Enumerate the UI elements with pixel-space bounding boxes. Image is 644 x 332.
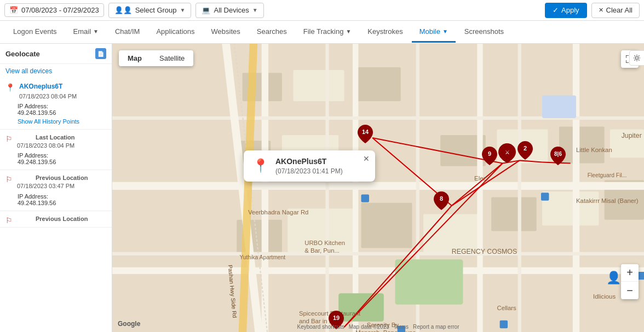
svg-text:Jupiter Hospital: Jupiter Hospital bbox=[622, 132, 644, 139]
google-logo: Google bbox=[118, 320, 140, 328]
ip-value: 49.248.139.56 bbox=[18, 200, 106, 206]
nav-tabs: Logon Events Email ▼ Chat/IM Application… bbox=[0, 21, 644, 44]
popup-time: (07/18/2023 01:41 PM) bbox=[275, 167, 343, 175]
toolbar: 📅 07/08/2023 - 07/29/2023 👤👤 Select Grou… bbox=[0, 0, 644, 21]
tab-websites[interactable]: Websites bbox=[204, 22, 248, 43]
device-time: 07/18/2023 08:04 PM bbox=[17, 142, 75, 150]
tab-logon-events[interactable]: Logon Events bbox=[5, 22, 65, 43]
tab-label: Mobile bbox=[419, 27, 440, 36]
chevron-down-icon-2: ▼ bbox=[252, 7, 258, 13]
tab-chat-im[interactable]: Chat/IM bbox=[107, 22, 148, 43]
sidebar-header: Geolocate 📄 bbox=[0, 44, 112, 64]
ip-label: IP Address: bbox=[18, 103, 106, 109]
svg-rect-33 bbox=[542, 96, 576, 118]
list-item[interactable]: ⚐ Previous Location 07/18/2023 03:47 PM … bbox=[0, 170, 112, 211]
keyboard-shortcuts-link[interactable]: Keyboard shortcuts bbox=[297, 324, 344, 330]
all-devices-dropdown[interactable]: 💻 All Devices ▼ bbox=[196, 3, 263, 18]
section-label: Last Location bbox=[36, 134, 75, 141]
pin-icon: 📍 bbox=[5, 83, 15, 92]
tab-screenshots[interactable]: Screenshots bbox=[457, 22, 511, 43]
sidebar-export-icon[interactable]: 📄 bbox=[95, 48, 106, 59]
clear-label: Clear All bbox=[606, 6, 633, 14]
zoom-in-button[interactable]: + bbox=[621, 264, 639, 282]
list-item[interactable]: ⚐ Previous Location bbox=[0, 211, 112, 228]
ip-label: IP Address: bbox=[18, 193, 106, 200]
svg-rect-16 bbox=[355, 67, 401, 101]
ip-label: IP Address: bbox=[18, 152, 106, 159]
tab-mobile[interactable]: Mobile ▼ bbox=[412, 22, 456, 43]
section-label-3: Previous Location bbox=[36, 215, 88, 222]
chevron-icon-3: ▼ bbox=[442, 28, 448, 34]
select-group-label: Select Group bbox=[135, 6, 177, 14]
map-attribution: Keyboard shortcuts Map data ©2023 Terms … bbox=[297, 324, 459, 330]
tab-email[interactable]: Email ▼ bbox=[66, 22, 106, 43]
device-name: AKOneplus6T bbox=[19, 83, 77, 91]
map-roads-svg: URBO Kitchen & Bar, Pun... REGENCY COSMO… bbox=[112, 44, 644, 332]
calendar-icon: 📅 bbox=[9, 6, 18, 14]
report-error-link[interactable]: Report a map error bbox=[413, 324, 459, 330]
device-list: 📍 AKOneplus6T 07/18/2023 08:04 PM IP Add… bbox=[0, 78, 112, 332]
svg-text:Yuthika Apartment: Yuthika Apartment bbox=[239, 254, 285, 260]
section-label-2: Previous Location bbox=[36, 174, 88, 181]
ip-value: 49.248.139.56 bbox=[18, 109, 106, 116]
tab-label: Chat/IM bbox=[115, 27, 140, 36]
tab-label: Email bbox=[73, 27, 91, 36]
map-zoom-controls: + − bbox=[621, 264, 639, 299]
svg-text:Fleetguard Fil...: Fleetguard Fil... bbox=[588, 172, 627, 178]
apply-label: Apply bbox=[561, 6, 579, 14]
tab-searches[interactable]: Searches bbox=[249, 22, 295, 43]
svg-rect-70 bbox=[500, 321, 508, 328]
view-all-devices-link[interactable]: View all devices bbox=[0, 64, 112, 78]
shield-icon-2: ⚐ bbox=[5, 175, 13, 184]
popup-pin-icon: 📍 bbox=[252, 158, 269, 173]
sidebar: Geolocate 📄 View all devices 📍 AKOneplus… bbox=[0, 44, 112, 332]
svg-text:Little Konkan: Little Konkan bbox=[576, 147, 612, 153]
terms-link[interactable]: Terms bbox=[394, 324, 409, 330]
svg-text:Idlicious: Idlicious bbox=[593, 293, 616, 300]
svg-rect-6 bbox=[542, 191, 599, 225]
settings-icon bbox=[633, 54, 641, 62]
svg-rect-15 bbox=[294, 70, 344, 101]
show-history-link[interactable]: Show All History Points bbox=[18, 118, 106, 125]
svg-rect-11 bbox=[497, 130, 548, 164]
satellite-view-button[interactable]: Satellite bbox=[151, 50, 193, 66]
map-settings-button[interactable] bbox=[629, 50, 644, 66]
svg-text:& Bar, Pun...: & Bar, Pun... bbox=[304, 247, 340, 254]
map-popup: ✕ 📍 AKOnePlus6T (07/18/2023 01:41 PM) bbox=[244, 150, 375, 182]
select-group-dropdown[interactable]: 👤👤 Select Group ▼ bbox=[108, 3, 192, 18]
map-data-text: Map data ©2023 bbox=[349, 324, 389, 330]
map-area: URBO Kitchen & Bar, Pun... REGENCY COSMO… bbox=[112, 44, 644, 332]
tab-label: Keystrokes bbox=[367, 27, 403, 36]
map-view-toggle: Map Satellite bbox=[119, 50, 193, 66]
tab-label: Screenshots bbox=[464, 27, 504, 36]
svg-text:URBO Kitchen: URBO Kitchen bbox=[304, 240, 345, 246]
svg-text:Spicecourt Restaurant: Spicecourt Restaurant bbox=[299, 310, 361, 317]
list-item[interactable]: 📍 AKOneplus6T 07/18/2023 08:04 PM IP Add… bbox=[0, 78, 112, 130]
svg-text:Katakirrr Misal (Baner): Katakirrr Misal (Baner) bbox=[576, 197, 639, 204]
date-range-text: 07/08/2023 - 07/29/2023 bbox=[21, 6, 99, 14]
tab-label: Applications bbox=[156, 27, 194, 36]
close-icon: ✕ bbox=[599, 7, 603, 14]
svg-point-79 bbox=[636, 57, 639, 60]
chevron-icon-2: ▼ bbox=[346, 28, 351, 34]
svg-rect-3 bbox=[361, 203, 412, 248]
date-range-picker[interactable]: 📅 07/08/2023 - 07/29/2023 bbox=[4, 3, 104, 17]
map-view-button[interactable]: Map bbox=[119, 50, 151, 66]
tab-label: File Tracking bbox=[303, 27, 344, 36]
device-time: 07/18/2023 03:47 PM bbox=[17, 182, 88, 190]
shield-icon: ⚐ bbox=[5, 135, 13, 143]
tab-label: Logon Events bbox=[13, 27, 57, 36]
zoom-out-button[interactable]: − bbox=[621, 282, 639, 299]
tab-applications[interactable]: Applications bbox=[148, 22, 202, 43]
tab-file-tracking[interactable]: File Tracking ▼ bbox=[296, 22, 359, 43]
tab-keystrokes[interactable]: Keystrokes bbox=[360, 22, 410, 43]
checkmark-icon: ✓ bbox=[553, 6, 559, 14]
apply-button[interactable]: ✓ Apply bbox=[545, 3, 587, 18]
popup-close-button[interactable]: ✕ bbox=[363, 155, 370, 162]
ip-value: 49.248.139.56 bbox=[18, 159, 106, 165]
all-devices-label: All Devices bbox=[214, 6, 249, 14]
clear-button[interactable]: ✕ Clear All bbox=[591, 3, 640, 18]
tab-label: Searches bbox=[257, 27, 287, 36]
svg-rect-5 bbox=[491, 197, 537, 231]
list-item[interactable]: ⚐ Last Location 07/18/2023 08:04 PM IP A… bbox=[0, 130, 112, 170]
